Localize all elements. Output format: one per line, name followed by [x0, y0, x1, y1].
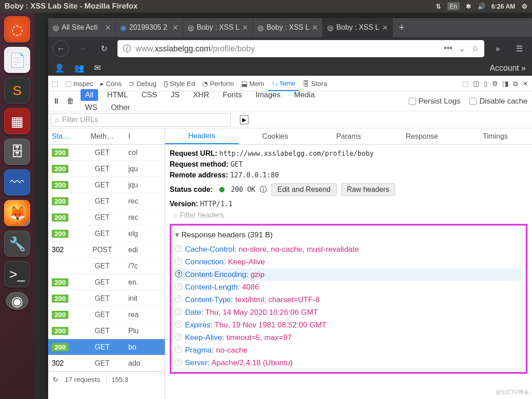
- request-row[interactable]: 302GETado: [48, 355, 165, 372]
- terminal-icon[interactable]: >_: [4, 261, 30, 287]
- responsive-icon[interactable]: ⬚: [462, 80, 469, 88]
- settings-icon[interactable]: 🔧: [4, 231, 30, 257]
- close-icon[interactable]: ✕: [105, 23, 111, 32]
- response-headers-title[interactable]: Response headers (391 B): [175, 228, 522, 243]
- clear-icon[interactable]: 🗑: [67, 97, 74, 106]
- col-status[interactable]: Sta…: [48, 132, 80, 141]
- request-row[interactable]: 200GETcol: [48, 145, 165, 161]
- filter-xhr[interactable]: XHR: [189, 89, 214, 101]
- close-icon[interactable]: ✕: [172, 23, 178, 32]
- reload-icon[interactable]: ↻: [53, 376, 59, 384]
- browser-tab[interactable]: ◎Boby : XSS L✕: [183, 18, 253, 37]
- request-row[interactable]: 200GETbo: [48, 339, 165, 355]
- filter-media[interactable]: Media: [289, 89, 319, 101]
- filter-images[interactable]: Images: [251, 89, 285, 101]
- nav-toolbar: ← → ↻ ⓘ www.xsslabelgg.com/profile/boby …: [48, 37, 532, 60]
- tab-params[interactable]: Params: [312, 128, 385, 144]
- tab-headers[interactable]: Headers: [165, 128, 239, 144]
- clock[interactable]: 6:26 AM: [491, 3, 515, 10]
- url-filter-row: ⌕ Filter URLs ▶: [48, 111, 532, 128]
- network-icon[interactable]: ⇅: [436, 3, 441, 10]
- meatball-icon[interactable]: •••: [444, 44, 452, 54]
- messages-icon[interactable]: ✉: [94, 63, 101, 73]
- friends-icon[interactable]: 👥: [74, 63, 84, 73]
- menu-icon[interactable]: ☰: [511, 41, 527, 57]
- request-row[interactable]: GET/?c: [48, 258, 165, 274]
- wireshark-icon[interactable]: 〰: [4, 169, 30, 195]
- request-row[interactable]: 200GETrea: [48, 307, 165, 323]
- filter-html[interactable]: HTML: [103, 89, 132, 101]
- dvd-icon[interactable]: ◉: [6, 292, 28, 310]
- lang-indicator[interactable]: En: [447, 2, 460, 10]
- account-link[interactable]: Account »: [490, 63, 526, 73]
- browser-tab[interactable]: ◎All Site Acti✕: [48, 18, 116, 37]
- reload-button[interactable]: ↻: [96, 41, 112, 57]
- col-file[interactable]: I: [125, 132, 165, 141]
- disable-cache-checkbox[interactable]: Disable cache: [469, 97, 527, 106]
- filter-js[interactable]: JS: [166, 89, 184, 101]
- edit-resend-button[interactable]: Edit and Resend: [271, 183, 336, 196]
- sublime-icon[interactable]: S: [4, 77, 30, 104]
- tab-bar: ◎All Site Acti✕ ◉20199305 2✕ ◎Boby : XSS…: [48, 18, 532, 37]
- browser-tab[interactable]: ◎Boby : XSS L✕: [253, 18, 323, 37]
- filter-urls-input[interactable]: ⌕ Filter URLs: [51, 113, 231, 127]
- col-method[interactable]: Meth…: [80, 132, 125, 141]
- bluetooth-icon[interactable]: ✱: [466, 3, 471, 10]
- remote-address: 127.0.0.1:80: [230, 171, 279, 179]
- filter-all[interactable]: All: [81, 89, 98, 101]
- close-icon[interactable]: ✕: [312, 23, 318, 32]
- firefox-window: ◎All Site Acti✕ ◉20199305 2✕ ◎Boby : XSS…: [48, 18, 532, 399]
- url-bar[interactable]: ⓘ www.xsslabelgg.com/profile/boby ••• ⌄ …: [117, 40, 484, 57]
- raw-headers-button[interactable]: Raw headers: [341, 183, 395, 196]
- bookmark-icon[interactable]: ☆: [472, 44, 479, 54]
- pocket-icon[interactable]: ⌄: [459, 44, 465, 54]
- filter-headers-input[interactable]: ⌕ Filter headers: [170, 209, 527, 221]
- tab-cookies[interactable]: Cookies: [239, 128, 312, 144]
- request-row[interactable]: 200GETjqu: [48, 161, 165, 177]
- dash-icon[interactable]: ◌: [4, 16, 30, 42]
- watermark: @51CTO博客: [496, 389, 529, 396]
- dock-icon[interactable]: ▯: [484, 80, 487, 88]
- files-icon[interactable]: 🗄: [4, 139, 30, 165]
- response-header-row: ?Content-Length: 4086: [175, 281, 522, 294]
- response-header-row: ?Server: Apache/2.4.18 (Ubuntu): [175, 357, 522, 369]
- volume-icon[interactable]: 🔊: [478, 3, 485, 10]
- close-icon[interactable]: ✕: [382, 23, 388, 32]
- info-icon[interactable]: ⓘ: [123, 43, 131, 54]
- pick-element-icon[interactable]: ⬚: [48, 76, 62, 91]
- request-row[interactable]: 200GETjqu: [48, 177, 165, 193]
- request-row[interactable]: 200GETrec: [48, 209, 165, 226]
- back-button[interactable]: ←: [53, 41, 69, 57]
- close-devtools-icon[interactable]: ✕: [523, 80, 528, 88]
- text-editor-icon[interactable]: 📄: [4, 47, 30, 73]
- persist-logs-checkbox[interactable]: Persist Logs: [409, 97, 461, 106]
- filter-css[interactable]: CSS: [137, 89, 162, 101]
- request-row[interactable]: 200GETen.: [48, 274, 165, 290]
- popout-icon[interactable]: ⧉: [513, 80, 518, 88]
- terminator-icon[interactable]: ▦: [4, 108, 30, 134]
- request-row[interactable]: 200GETelg: [48, 226, 165, 242]
- overflow-icon[interactable]: »: [490, 41, 506, 57]
- dock-side-icon[interactable]: ◨: [502, 80, 509, 88]
- window-title: Boby : XSS Lab Site - Mozilla Firefox: [5, 2, 436, 11]
- browser-tab[interactable]: ◉20199305 2✕: [116, 18, 183, 37]
- tab-response[interactable]: Response: [385, 128, 459, 144]
- request-row[interactable]: 200GETrec: [48, 193, 165, 209]
- request-row[interactable]: 200GETPlu: [48, 323, 165, 339]
- profile-icon[interactable]: 👤: [54, 63, 64, 73]
- request-row[interactable]: 200GETinit: [48, 290, 165, 307]
- browser-tab-active[interactable]: ◎Boby : XSS L✕: [323, 18, 392, 37]
- request-row[interactable]: 302POSTedi: [48, 242, 165, 258]
- split-icon[interactable]: ◫: [473, 80, 479, 88]
- help-icon[interactable]: ⓘ: [260, 185, 267, 195]
- settings-icon[interactable]: ⚙: [492, 80, 498, 88]
- pause-icon[interactable]: ⏸: [53, 97, 60, 106]
- close-icon[interactable]: ✕: [242, 23, 248, 32]
- tab-timings[interactable]: Timings: [459, 128, 532, 144]
- new-tab-button[interactable]: +: [393, 18, 411, 37]
- power-icon[interactable]: ⚙: [522, 3, 527, 10]
- firefox-icon[interactable]: 🦊: [4, 200, 30, 226]
- forward-button[interactable]: →: [74, 41, 90, 57]
- har-icon[interactable]: ▶: [240, 115, 248, 124]
- filter-fonts[interactable]: Fonts: [218, 89, 247, 101]
